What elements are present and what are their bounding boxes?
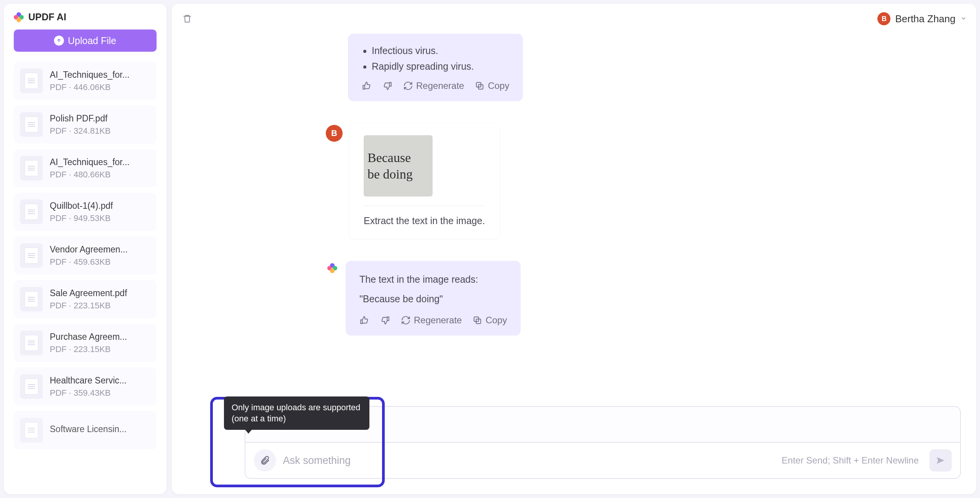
trash-icon <box>182 14 192 24</box>
topbar: B Bertha Zhang <box>172 4 976 34</box>
input-hint: Enter Send; Shift + Enter Newline <box>782 455 919 466</box>
delete-button[interactable] <box>181 13 193 25</box>
copy-icon <box>475 81 485 91</box>
divider <box>364 206 485 206</box>
brand-title: UPDF AI <box>28 11 66 23</box>
file-name: Quillbot-1(4).pdf <box>50 201 150 211</box>
paperclip-icon <box>260 455 270 466</box>
assistant-message: Infectious virus. Rapidly spreading viru… <box>348 34 523 101</box>
image-text-line: be doing <box>368 167 429 181</box>
message-input[interactable] <box>283 455 775 467</box>
file-icon <box>20 331 43 355</box>
file-name: Healthcare Servic... <box>50 375 150 386</box>
file-item[interactable]: Healthcare Servic... PDF · 359.43KB <box>14 367 157 406</box>
upload-icon <box>54 36 64 46</box>
avatar: B <box>877 12 890 25</box>
copy-label: Copy <box>485 315 507 326</box>
user-name: Bertha Zhang <box>895 13 956 25</box>
user-menu[interactable]: B Bertha Zhang <box>877 12 967 25</box>
refresh-icon <box>401 315 411 325</box>
file-item[interactable]: Vendor Agreemen... PDF · 459.63KB <box>14 236 157 275</box>
composer: Only image uploads are supported (one at… <box>172 406 976 494</box>
send-button[interactable] <box>929 449 952 472</box>
file-meta: PDF · 480.66KB <box>50 170 150 180</box>
file-name: Software Licensin... <box>50 424 150 434</box>
user-prompt: Extract the text in the image. <box>364 214 485 228</box>
message-actions: Regenerate Copy <box>362 80 509 91</box>
main-panel: B Bertha Zhang Infectious virus. Rapidly… <box>172 4 976 494</box>
input-bar: Enter Send; Shift + Enter Newline <box>245 442 961 479</box>
thumbs-up-button[interactable] <box>359 315 369 325</box>
thumbs-down-button[interactable] <box>380 315 390 325</box>
file-icon <box>20 418 43 442</box>
file-icon <box>20 156 43 180</box>
file-name: Polish PDF.pdf <box>50 113 150 124</box>
user-avatar: B <box>326 125 343 142</box>
tooltip: Only image uploads are supported (one at… <box>224 396 369 430</box>
regenerate-button[interactable]: Regenerate <box>403 80 464 91</box>
regenerate-label: Regenerate <box>416 80 464 91</box>
assistant-bullet: Infectious virus. <box>372 45 509 56</box>
thumbs-down-button[interactable] <box>382 81 392 91</box>
file-item[interactable]: Software Licensin... <box>14 411 157 449</box>
file-icon <box>20 374 43 399</box>
assistant-message: The text in the image reads: "Because be… <box>346 261 521 336</box>
thumbs-up-icon <box>359 315 369 325</box>
file-meta: PDF · 223.15KB <box>50 301 150 311</box>
file-meta: PDF · 949.53KB <box>50 213 150 223</box>
file-name: Vendor Agreemen... <box>50 244 150 255</box>
file-item[interactable]: Polish PDF.pdf PDF · 324.81KB <box>14 105 157 144</box>
chat-scroll: Infectious virus. Rapidly spreading viru… <box>172 34 976 406</box>
file-name: Sale Agreement.pdf <box>50 288 150 298</box>
assistant-text: The text in the image reads: <box>359 272 507 287</box>
user-message: Because be doing Extract the text in the… <box>350 123 499 239</box>
upload-button[interactable]: Upload File <box>14 29 157 52</box>
thumbs-up-button[interactable] <box>362 81 372 91</box>
file-name: Purchase Agreem... <box>50 332 150 342</box>
regenerate-button[interactable]: Regenerate <box>401 315 462 326</box>
file-list: AI_Techniques_for... PDF · 446.06KB Poli… <box>14 62 157 487</box>
brand-logo-icon <box>14 12 24 22</box>
copy-button[interactable]: Copy <box>472 315 507 326</box>
file-icon <box>20 112 43 137</box>
thumbs-up-icon <box>362 81 372 91</box>
thumbs-down-icon <box>380 315 390 325</box>
file-meta: PDF · 359.43KB <box>50 388 150 398</box>
assistant-avatar-icon <box>327 263 339 275</box>
file-meta: PDF · 446.06KB <box>50 82 150 92</box>
file-item[interactable]: Sale Agreement.pdf PDF · 223.15KB <box>14 280 157 318</box>
file-meta: PDF · 223.15KB <box>50 344 150 354</box>
copy-button[interactable]: Copy <box>475 80 509 91</box>
chevron-down-icon <box>960 15 967 23</box>
attach-button[interactable] <box>254 449 276 472</box>
file-meta: PDF · 324.81KB <box>50 126 150 136</box>
file-item[interactable]: AI_Techniques_for... PDF · 480.66KB <box>14 149 157 187</box>
file-item[interactable]: AI_Techniques_for... PDF · 446.06KB <box>14 62 157 100</box>
upload-label: Upload File <box>68 35 116 46</box>
copy-label: Copy <box>488 80 509 91</box>
sidebar: UPDF AI Upload File AI_Techniques_for...… <box>4 4 167 494</box>
file-item[interactable]: Quillbot-1(4).pdf PDF · 949.53KB <box>14 193 157 231</box>
file-meta: PDF · 459.63KB <box>50 257 150 267</box>
copy-icon <box>472 315 482 325</box>
refresh-icon <box>403 81 413 91</box>
assistant-bullet: Rapidly spreading virus. <box>372 61 509 72</box>
assistant-text: "Because be doing" <box>359 292 507 306</box>
file-icon <box>20 243 43 268</box>
file-icon <box>20 200 43 224</box>
file-name: AI_Techniques_for... <box>50 70 150 80</box>
file-name: AI_Techniques_for... <box>50 157 150 167</box>
file-icon <box>20 287 43 311</box>
image-text-line: Because <box>368 151 429 165</box>
regenerate-label: Regenerate <box>414 315 462 326</box>
message-actions: Regenerate Copy <box>359 315 507 326</box>
thumbs-down-icon <box>382 81 392 91</box>
send-icon <box>936 455 946 465</box>
file-item[interactable]: Purchase Agreem... PDF · 223.15KB <box>14 324 157 362</box>
file-icon <box>20 69 43 93</box>
uploaded-image[interactable]: Because be doing <box>364 135 433 197</box>
